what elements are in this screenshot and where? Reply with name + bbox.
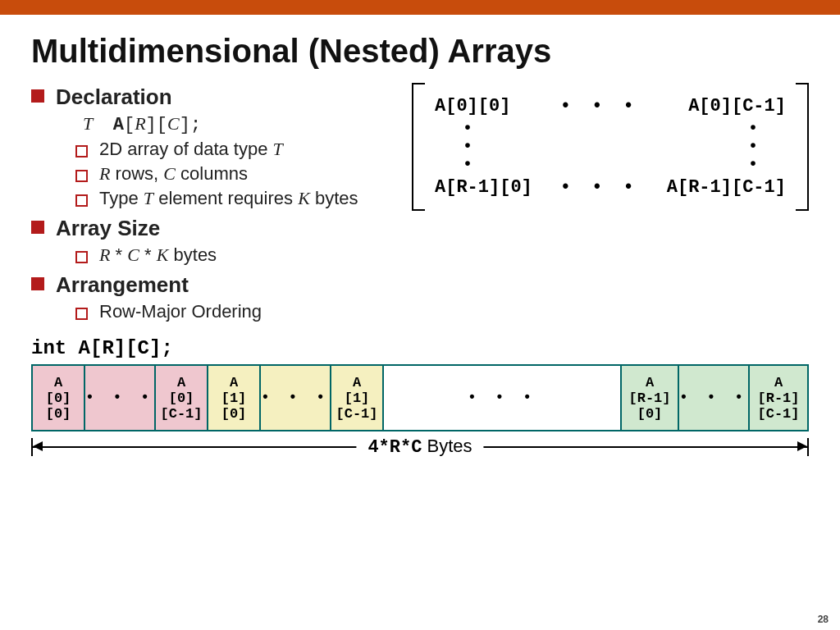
mem-cell-a0c: A [0] [C-1] [156,366,208,430]
section-arrangement: Arrangement [31,272,387,298]
list-item: R rows, C columns [75,163,387,185]
matrix-cell-br: A[R-1][C-1] [667,177,786,198]
matrix-cell-tr: A[0][C-1] [688,96,786,116]
hollow-square-icon [75,194,88,207]
mem-cell-a1c: A [1] [C-1] [331,366,384,430]
hollow-square-icon [75,251,88,263]
section-size: Array Size [31,216,387,241]
hdots-icon: • • • [560,96,639,116]
mem-cell-a00: A [0] [0] [33,366,85,430]
mem-cell-arc: A [R-1] [C-1] [750,366,807,430]
matrix-cell-tl: A[0][0] [435,96,510,116]
section-heading: Declaration [56,84,172,110]
list-item: 2D array of data type T [75,139,387,160]
slide-title: Multidimensional (Nested) Arrays [31,33,809,70]
vdots-row: ••• ••• [430,120,791,174]
mem-bigdots: • • • [384,366,622,430]
code-decl: T A[R][C]; [59,113,387,135]
arrow-right-icon [797,441,807,451]
measure-bar: 4*R*C Bytes [31,438,809,463]
bracket-left-icon [412,83,425,211]
section-heading: Arrangement [56,272,189,298]
mem-cell-ar0: A [R-1] [0] [622,366,679,430]
section-heading: Array Size [56,216,160,241]
matrix-cell-bl: A[R-1][0] [435,177,532,198]
matrix-diagram: A[0][0] • • • A[0][C-1] ••• ••• A[R-1][0… [412,83,809,211]
mem-dots: • • • [261,366,331,430]
page-number: 28 [818,614,829,625]
memory-caption: int A[R][C]; [31,337,809,359]
mem-dots: • • • [679,366,750,430]
hollow-square-icon [75,145,88,158]
arrow-left-icon [33,441,43,451]
list-item: R * C * K bytes [75,244,387,266]
mem-cell-a10: A [1] [0] [208,366,261,430]
memory-layout-row: A [0] [0] • • • A [0] [C-1] A [1] [0] • … [31,364,809,431]
hollow-square-icon [75,308,88,320]
measure-label: 4*R*C Bytes [356,436,483,458]
list-item: Type T element requires K bytes [75,188,387,209]
mem-dots: • • • [85,366,156,430]
square-bullet-icon [31,221,44,234]
bullet-list: Declaration T A[R][C]; 2D array of data … [31,78,387,326]
square-bullet-icon [31,277,44,290]
bracket-right-icon [796,83,809,211]
square-bullet-icon [31,89,44,103]
hollow-square-icon [75,170,88,182]
section-declaration: Declaration [31,84,387,110]
list-item: Row-Major Ordering [75,301,387,322]
hdots-icon: • • • [560,177,639,198]
top-accent-bar [0,0,840,15]
